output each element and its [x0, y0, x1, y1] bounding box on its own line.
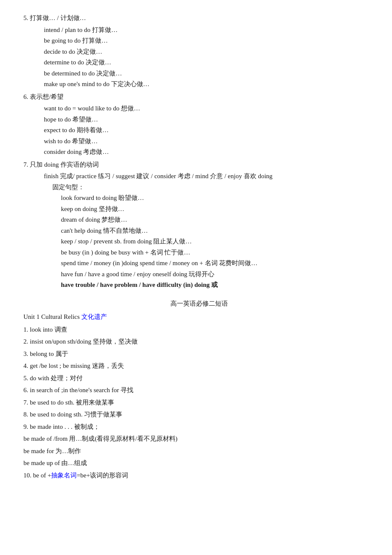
unit1-item-4: 4. get /be lost ; be missing 迷路，丢失 — [23, 361, 375, 372]
unit-1-title-en: Unit 1 Cultural Relics — [23, 313, 80, 320]
section-5-item-1: intend / plan to do 打算做… — [23, 25, 375, 36]
section-6-item-3: expect to do 期待着做… — [23, 125, 375, 136]
section-7: 7. 只加 doing 作宾语的动词 finish 完成/ practice 练… — [23, 159, 375, 291]
section-7-title: 7. 只加 doing 作宾语的动词 — [23, 159, 375, 171]
unit1-item-2-text: insist on/upon sth/doing 坚持做，坚决做 — [30, 338, 138, 345]
unit1-item-5-text: do with 处理；对付 — [30, 375, 83, 382]
unit1-item-9-num: 9. — [23, 423, 30, 430]
unit1-item-10-rest: =be+该词的形容词 — [77, 472, 128, 479]
section-6-item-2: hope to do 希望做… — [23, 114, 375, 125]
section-7-fixed-label: 固定句型： — [23, 182, 375, 193]
section-5-item-4: determine to do 决定做… — [23, 57, 375, 68]
unit1-item-1-num: 1. — [23, 326, 30, 333]
main-content: 5. 打算做… / 计划做… intend / plan to do 打算做… … — [23, 13, 375, 481]
section-5-item-2: be going to do 打算做… — [23, 35, 375, 46]
unit1-item-5-num: 5. — [23, 375, 30, 382]
section-6: 6. 表示想/希望 want to do = would like to do … — [23, 92, 375, 158]
unit1-item-7-num: 7. — [23, 399, 30, 406]
fixed-phrase-8: have fun / have a good time / enjoy ones… — [23, 269, 375, 280]
unit1-item-2: 2. insist on/upon sth/doing 坚持做，坚决做 — [23, 336, 375, 347]
unit1-item-10-link: 抽象名词 — [51, 472, 77, 479]
unit1-item-7-text: be used to do sth. 被用来做某事 — [30, 399, 114, 406]
unit1-item-7: 7. be used to do sth. 被用来做某事 — [23, 397, 375, 408]
unit1-item-6-text: in search of ;in the/one's search for 寻找 — [30, 387, 133, 393]
unit1-made-line-1: be made of /from 用…制成(看得见原材料/看不见原材料) — [23, 434, 375, 445]
section-5-item-6: make up one's mind to do 下定决心做… — [23, 79, 375, 90]
fixed-phrase-4: can't help doing 情不自禁地做… — [23, 225, 375, 237]
section-6-item-4: wish to do 希望做… — [23, 136, 375, 147]
unit1-item-6: 6. in search of ;in the/one's search for… — [23, 385, 375, 396]
unit1-item-6-num: 6. — [23, 387, 30, 393]
fixed-phrase-2: keep on doing 坚持做… — [23, 204, 375, 215]
unit1-item-3-text: belong to 属于 — [30, 350, 68, 357]
section-5-item-5: be determined to do 决定做… — [23, 68, 375, 79]
unit1-item-8-text: be used to doing sth. 习惯于做某事 — [30, 411, 123, 418]
fixed-phrase-bold: have trouble / have problem / have diffi… — [23, 280, 375, 291]
fixed-phrase-5: keep / stop / prevent sb. from doing 阻止某… — [23, 236, 375, 247]
unit1-item-3-num: 3. — [23, 350, 30, 357]
unit1-item-4-text: get /be lost ; be missing 迷路，丢失 — [30, 362, 124, 369]
section-5-title: 5. 打算做… / 计划做… — [23, 13, 375, 24]
unit1-made-line-2: be made for 为…制作 — [23, 446, 375, 457]
section-7-line1: finish 完成/ practice 练习 / suggest 建议 / co… — [23, 171, 375, 182]
fixed-phrase-1: look forward to doing 盼望做… — [23, 193, 375, 204]
unit1-item-1: 1. look into 调查 — [23, 324, 375, 335]
unit1-item-9: 9. be made into . . . 被制成； — [23, 422, 375, 433]
unit1-item-9-text: be made into . . . 被制成； — [30, 423, 100, 430]
section-5: 5. 打算做… / 计划做… intend / plan to do 打算做… … — [23, 13, 375, 90]
unit1-item-8-num: 8. — [23, 411, 30, 418]
fixed-phrase-6: be busy (in ) doing be busy with + 名词 忙于… — [23, 247, 375, 258]
unit-1-section: Unit 1 Cultural Relics 文化遗产 1. look into… — [23, 312, 375, 481]
unit1-item-4-num: 4. — [23, 362, 30, 369]
section-6-title: 6. 表示想/希望 — [23, 92, 375, 103]
unit1-item-8: 8. be used to doing sth. 习惯于做某事 — [23, 409, 375, 420]
section-5-item-3: decide to do 决定做… — [23, 46, 375, 58]
section-6-item-5: consider doing 考虑做… — [23, 147, 375, 158]
unit1-made-line-3: be made up of 由…组成 — [23, 458, 375, 469]
fixed-phrase-3: dream of doing 梦想做… — [23, 214, 375, 225]
section-6-item-1: want to do = would like to do 想做… — [23, 103, 375, 114]
unit-1-title: Unit 1 Cultural Relics 文化遗产 — [23, 312, 375, 323]
fixed-phrase-7: spend time / money (in )doing spend time… — [23, 258, 375, 269]
unit-1-title-cn: 文化遗产 — [81, 313, 107, 320]
center-title: 高一英语必修二短语 — [23, 298, 375, 309]
unit1-item-2-num: 2. — [23, 338, 30, 345]
unit1-item-3: 3. belong to 属于 — [23, 349, 375, 360]
unit1-item-1-text: look into 调查 — [30, 326, 67, 333]
unit1-item-10-text: 10. be of + — [23, 472, 51, 479]
unit1-item-10: 10. be of +抽象名词=be+该词的形容词 — [23, 470, 375, 481]
unit1-item-5: 5. do with 处理；对付 — [23, 373, 375, 384]
